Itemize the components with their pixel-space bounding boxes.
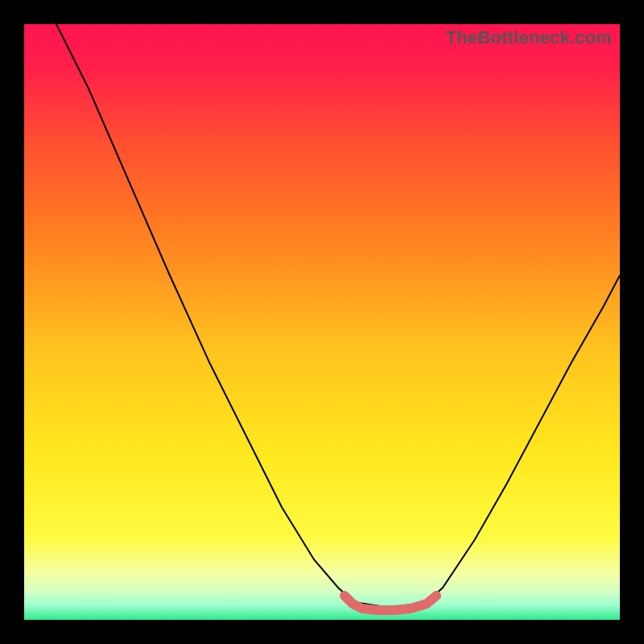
plot-area: TheBottleneck.com bbox=[24, 24, 620, 620]
black-curve bbox=[56, 24, 620, 608]
highlight-band bbox=[345, 596, 436, 610]
watermark-text: TheBottleneck.com bbox=[446, 27, 612, 48]
chart-frame: TheBottleneck.com bbox=[0, 0, 644, 644]
curve-layer bbox=[24, 24, 620, 620]
